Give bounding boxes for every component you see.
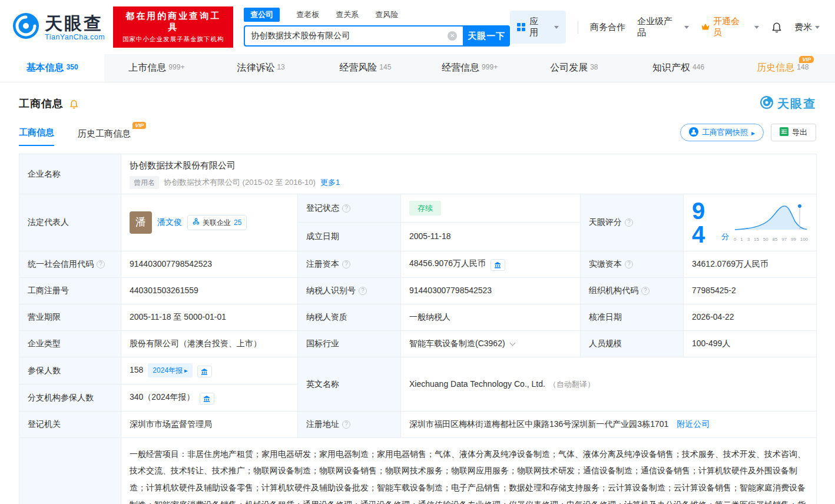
score-curve-chart: 0131550859799100: [734, 201, 808, 243]
help-icon[interactable]: [342, 204, 350, 213]
former-name-tag: 曾用名: [130, 176, 159, 189]
tianyancha-logo[interactable]: 天眼查 TianYanCha.com: [12, 12, 105, 42]
more-link[interactable]: 更多1: [320, 177, 340, 188]
official-snapshot-button[interactable]: 工商官网快照: [680, 124, 764, 141]
tianyancha-watermark: 天眼查: [760, 95, 816, 112]
nav-tab-count: 446: [692, 63, 704, 71]
credit-code-label-cell: 统一社会信用代码: [19, 251, 121, 277]
nav-tab-count: 148: [797, 63, 809, 71]
reg-capital-cell: 48456.9076万人民币: [401, 251, 581, 277]
field-label: 登记状态: [306, 203, 339, 213]
nav-tab-business-risk[interactable]: 经营风险 145: [313, 54, 418, 82]
field-value: 914403007798542523: [130, 259, 212, 268]
apps-button[interactable]: 应用: [510, 11, 566, 44]
help-icon[interactable]: [625, 218, 633, 227]
help-icon[interactable]: [641, 287, 650, 295]
search-tab-boss[interactable]: 查老板: [296, 9, 319, 20]
avatar[interactable]: 潘: [130, 211, 152, 234]
top-header: 天眼查 TianYanCha.com 都在用的商业查询工具 国家中小企业发展子基…: [0, 0, 835, 54]
help-icon[interactable]: [359, 287, 367, 295]
approved-cell: 2026-04-22: [684, 304, 817, 330]
user-menu[interactable]: 费米: [794, 22, 820, 33]
bank-icon[interactable]: [197, 366, 212, 377]
related-companies-badge[interactable]: 关联企业 25: [187, 215, 247, 230]
chevron-down-icon[interactable]: [509, 340, 515, 346]
nav-tab-label: 经营风险: [339, 62, 377, 74]
branch-insured-label-cell: 分支机构参保人数: [19, 384, 121, 411]
search-tab-relations[interactable]: 查关系: [336, 9, 359, 20]
table-row: 参保人数 1582024年报 英文名称 Xiechuang Data Techn…: [19, 357, 817, 384]
former-name: 协创数据技术有限公司 (2015-02 至 2016-10): [164, 177, 316, 188]
help-icon[interactable]: [342, 420, 350, 429]
status-label-cell: 登记状态: [298, 194, 401, 223]
menu-vip-upgrade[interactable]: 开通会员: [701, 16, 759, 38]
chevron-right-icon: [751, 128, 755, 137]
score-cell[interactable]: 94 分 0131550859799100: [692, 199, 808, 246]
paid-capital-label-cell: 实缴资本: [581, 251, 684, 277]
chevron-down-icon: [554, 26, 559, 29]
reg-capital-label-cell: 注册资本: [298, 251, 401, 277]
field-value: 2005-11-18: [409, 231, 451, 241]
nearby-companies-link[interactable]: 附近公司: [677, 419, 710, 429]
type-label-cell: 企业类型: [19, 330, 121, 357]
promo-line1: 都在用的商业查询工具: [120, 11, 226, 33]
help-icon[interactable]: [97, 260, 105, 268]
nav-tab-basic-info[interactable]: 基本信息 350: [0, 54, 104, 82]
company-name-cell: 协创数据技术股份有限公司 曾用名 协创数据技术有限公司 (2015-02 至 2…: [121, 154, 817, 194]
export-button[interactable]: 导出: [771, 124, 816, 141]
relation-icon: [193, 217, 200, 228]
nav-tab-label: 法律诉讼: [237, 62, 274, 74]
watermark-label: 天眼查: [777, 96, 816, 112]
legal-rep-name-link[interactable]: 潘文俊: [157, 216, 182, 228]
field-value: 一般纳税人: [409, 312, 450, 321]
notification-bell-icon[interactable]: [771, 21, 783, 33]
field-label: 实缴资本: [589, 259, 622, 268]
bank-icon[interactable]: [200, 393, 214, 404]
menu-cooperation[interactable]: 商务合作: [590, 22, 625, 33]
bank-icon[interactable]: [491, 259, 505, 271]
former-name-row: 曾用名 协创数据技术有限公司 (2015-02 至 2016-10) 更多1: [130, 176, 808, 189]
nav-tab-label: 经营信息: [442, 62, 479, 74]
field-value: 48456.9076万人民币: [409, 258, 486, 268]
subtab-business-registration[interactable]: 工商信息: [19, 127, 54, 146]
nav-tab-company-development[interactable]: 公司发展 38: [522, 54, 626, 82]
nav-tab-business-info[interactable]: 经营信息 999+: [418, 54, 522, 82]
help-icon[interactable]: [625, 260, 633, 268]
follow-bell-icon[interactable]: [69, 99, 79, 109]
staff-cell: 100-499人: [684, 330, 817, 357]
menu-vip-label: 开通会员: [713, 16, 748, 38]
chevron-down-icon: [754, 26, 759, 29]
field-label: 统一社会信用代码: [28, 259, 94, 268]
vip-badge: VIP: [132, 122, 146, 129]
search-tab-company[interactable]: 查公司: [244, 8, 280, 22]
nav-tab-count: 350: [67, 63, 78, 71]
field-label: 人员规模: [589, 339, 622, 348]
divider: [578, 21, 578, 34]
reg-no-cell: 440301503261559: [121, 277, 298, 304]
nav-tab-history-info[interactable]: 历史信息 148 VIP: [731, 54, 835, 82]
nav-tab-lawsuits[interactable]: 法律诉讼 13: [209, 54, 313, 82]
field-value: 158: [130, 365, 143, 374]
search-button[interactable]: 天眼一下: [463, 25, 510, 47]
search-tabs: 查公司 查老板 查关系 查风险: [244, 8, 510, 22]
company-name: 协创数据技术股份有限公司: [130, 159, 808, 173]
field-label: 登记机关: [28, 419, 61, 429]
search-tab-risk[interactable]: 查风险: [375, 9, 398, 20]
score-unit: 分: [721, 231, 729, 243]
nav-tab-label: 公司发展: [550, 62, 588, 74]
menu-enterprise[interactable]: 企业级产品: [637, 16, 689, 38]
nav-tab-listing-info[interactable]: 上市信息 999+: [104, 54, 208, 82]
field-value: 2005-11-18 至 5000-01-01: [130, 312, 226, 321]
score-cell-wrap: 94 分 0131550859799100: [684, 194, 817, 251]
search-input[interactable]: [244, 25, 463, 47]
subtab-history-registration[interactable]: 历史工商信息 VIP: [78, 128, 131, 146]
field-label: 注册资本: [306, 259, 339, 268]
nav-tab-intellectual-property[interactable]: 知识产权 446: [627, 54, 731, 82]
person-icon: [689, 127, 698, 138]
help-icon[interactable]: [342, 260, 350, 268]
term-label-cell: 营业期限: [19, 304, 121, 330]
english-name-cell: Xiechuang Data Technology Co., Ltd.（自动翻译…: [401, 357, 817, 411]
field-label: 企业类型: [28, 339, 61, 348]
annual-report-badge[interactable]: 2024年报: [148, 363, 192, 377]
search-area: 查公司 查老板 查关系 查风险 天眼一下: [244, 8, 510, 47]
